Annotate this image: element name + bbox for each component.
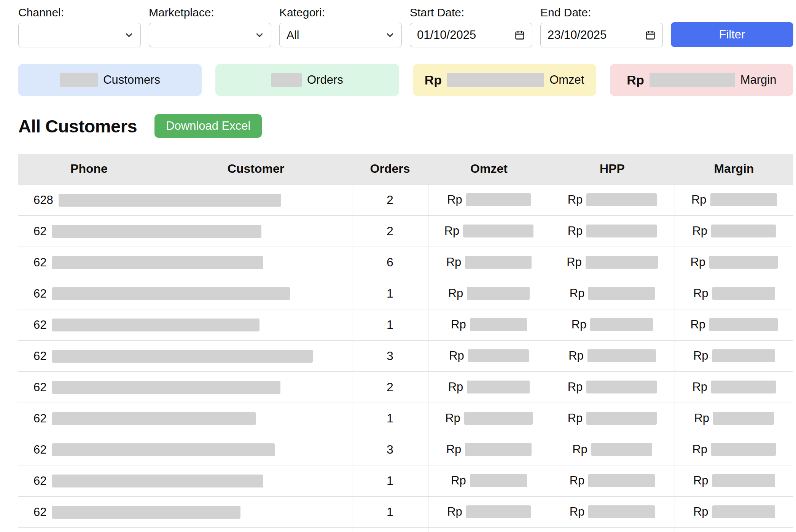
redacted-hpp-value [586, 225, 657, 237]
margin-currency-prefix: Rp [692, 380, 707, 394]
col-header-orders: Orders [352, 154, 428, 184]
margin-currency-prefix: Rp [692, 443, 707, 456]
phone-prefix: 62 [33, 225, 46, 238]
orders-cell: 1 [352, 403, 428, 434]
omzet-currency-prefix: Rp [444, 224, 460, 238]
chevron-down-icon [385, 30, 395, 40]
calendar-icon[interactable] [645, 30, 656, 40]
hpp-currency-prefix: Rp [570, 287, 585, 300]
omzet-cell: Rp [428, 371, 550, 403]
redacted-hpp-value [586, 193, 657, 206]
omzet-stat-card: Rp Omzet [413, 64, 596, 96]
redacted-phone-customer [52, 412, 256, 425]
redacted-margin-value [712, 287, 775, 300]
omzet-cell: Rp [428, 247, 550, 278]
redacted-omzet-value [465, 443, 532, 456]
end-date-label: End Date: [540, 6, 663, 19]
margin-currency-prefix: Rp [690, 255, 705, 269]
orders-cell: 1 [352, 496, 428, 527]
channel-filter: Channel: [18, 6, 141, 47]
end-date-filter: End Date: 23/10/2025 [540, 6, 663, 47]
phone-customer-cell: 62 [18, 247, 352, 278]
marketplace-select[interactable] [149, 23, 271, 47]
hpp-cell: Rp [550, 403, 675, 434]
redacted-hpp-value [590, 318, 653, 331]
omzet-currency-prefix: Rp [447, 193, 462, 207]
margin-currency-prefix: Rp [692, 224, 707, 238]
kategori-select-value: All [287, 29, 385, 41]
col-header-hpp: HPP [550, 154, 675, 184]
margin-cell: Rp [675, 278, 793, 309]
redacted-phone-customer [52, 475, 263, 487]
marketplace-filter: Marketplace: [149, 6, 271, 47]
orders-cell: 3 [352, 434, 428, 465]
kategori-filter: Kategori: All [279, 6, 402, 47]
redacted-omzet-value [470, 474, 527, 487]
redacted-margin-value [711, 225, 776, 237]
phone-prefix: 62 [33, 443, 46, 456]
hpp-currency-prefix: Rp [568, 193, 583, 207]
omzet-cell: Rp [428, 278, 550, 309]
table-row: 62 1 Rp Rp Rp [18, 496, 793, 527]
customers-table: Phone Customer Orders Omzet HPP Margin 6… [18, 154, 793, 532]
omzet-cell: Rp [428, 496, 550, 527]
download-excel-button[interactable]: Download Excel [154, 114, 262, 138]
orders-cell: 3 [352, 340, 428, 371]
phone-customer-cell: 62 [18, 215, 352, 247]
omzet-currency-prefix: Rp [451, 474, 466, 487]
omzet-currency-prefix: Rp [446, 255, 462, 269]
table-row: 62 1 Rp Rp Rp [18, 527, 793, 532]
redacted-hpp-value [586, 256, 658, 269]
hpp-cell: Rp [550, 434, 675, 465]
channel-select[interactable] [18, 23, 141, 47]
calendar-icon[interactable] [514, 30, 525, 40]
redacted-margin-value [709, 318, 778, 331]
hpp-cell: Rp [550, 215, 675, 247]
redacted-hpp-value [588, 287, 655, 300]
omzet-currency-prefix: Rp [446, 443, 462, 456]
hpp-currency-prefix: Rp [570, 474, 585, 487]
label-spacer [671, 5, 793, 22]
start-date-label: Start Date: [410, 6, 532, 19]
omzet-cell: Rp [428, 403, 550, 434]
hpp-cell: Rp [550, 309, 675, 340]
phone-prefix: 62 [33, 318, 46, 331]
table-row: 62 1 Rp Rp Rp [18, 309, 793, 340]
omzet-cell: Rp [428, 309, 550, 340]
phone-prefix: 62 [33, 256, 46, 269]
margin-cell: Rp [675, 215, 793, 247]
dashboard-page: Channel: Marketplace: Kategori: All [0, 0, 796, 532]
redacted-margin-value [710, 193, 777, 206]
start-date-input[interactable]: 01/10/2025 [410, 23, 532, 47]
orders-stat-card: Orders [215, 64, 399, 96]
hpp-cell: Rp [550, 465, 675, 496]
phone-prefix: 628 [33, 193, 53, 207]
redacted-margin-value [709, 256, 778, 269]
hpp-currency-prefix: Rp [567, 255, 582, 269]
table-row: 628 2 Rp Rp Rp [18, 184, 793, 215]
end-date-input[interactable]: 23/10/2025 [540, 23, 663, 47]
margin-currency-prefix: Rp [693, 474, 708, 487]
redacted-phone-customer [52, 287, 290, 300]
omzet-currency-prefix: Rp [451, 318, 466, 331]
redacted-hpp-value [588, 505, 655, 518]
table-header: Phone Customer Orders Omzet HPP Margin [18, 154, 793, 184]
hpp-currency-prefix: Rp [568, 411, 583, 425]
margin-cell: Rp [675, 496, 793, 527]
phone-prefix: 62 [33, 474, 46, 487]
table-row: 62 1 Rp Rp Rp [18, 278, 793, 309]
phone-customer-cell: 62 [18, 434, 352, 465]
table-row: 62 3 Rp Rp Rp [18, 340, 793, 371]
phone-customer-cell: 62 [18, 465, 352, 496]
page-title: All Customers [18, 116, 137, 137]
hpp-cell: Rp [550, 371, 675, 403]
phone-prefix: 62 [33, 505, 46, 519]
section-head: All Customers Download Excel [18, 114, 793, 138]
customers-stat-label: Customers [103, 73, 160, 87]
filter-button[interactable]: Filter [671, 22, 793, 47]
chevron-down-icon [255, 30, 264, 40]
kategori-select[interactable]: All [279, 23, 402, 47]
phone-customer-cell: 62 [18, 371, 352, 403]
phone-customer-cell: 62 [18, 496, 352, 527]
phone-prefix: 62 [33, 349, 46, 363]
